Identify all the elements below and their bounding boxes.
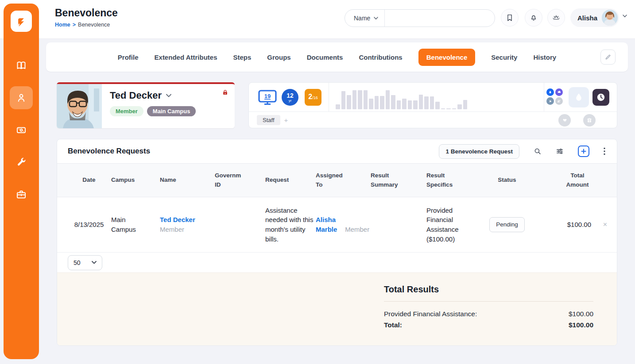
benevolence-requests-panel: Benevolence Requests 1 Benevolence Reque… (57, 139, 617, 346)
svg-text:19: 19 (264, 93, 271, 100)
lock-icon[interactable] (222, 89, 228, 96)
streak-value: 2 (308, 93, 312, 101)
attendance-bar (457, 104, 462, 109)
attendance-bar (336, 104, 340, 109)
handshake-icon[interactable] (558, 114, 571, 126)
tab-extended-attributes[interactable]: Extended Attributes (155, 54, 217, 61)
tab-groups[interactable]: Groups (267, 54, 290, 61)
person-photo[interactable] (57, 84, 102, 128)
column-header-date[interactable]: Date (68, 176, 110, 184)
tab-documents[interactable]: Documents (307, 54, 343, 61)
bookmark-button[interactable] (501, 9, 519, 27)
money-bill-icon (16, 125, 27, 135)
column-header-name[interactable]: Name (160, 176, 214, 184)
group-icon[interactable] (555, 97, 563, 105)
notifications-button[interactable] (525, 9, 542, 27)
total-row-label: Provided Financial Assistance: (384, 310, 477, 318)
chevron-down-icon (92, 261, 97, 264)
app-logo[interactable] (11, 11, 32, 32)
chevron-down-icon (166, 94, 171, 97)
badge-bar: 19 12 yr 2 /16 (248, 82, 617, 128)
assessment-badge-cluster (546, 88, 563, 105)
sidebar-item-finance[interactable] (10, 119, 33, 142)
cell-assigned-to: Alisha Marble Member (316, 215, 370, 234)
attendance-bar (446, 108, 451, 109)
sidebar-item-people[interactable] (10, 86, 33, 109)
tab-steps[interactable]: Steps (233, 54, 252, 61)
search-icon[interactable] (534, 147, 542, 155)
baptism-icon[interactable] (546, 88, 554, 96)
attendance-clock-badge[interactable] (592, 89, 609, 106)
weeks-attended-badge[interactable]: 19 (258, 89, 277, 106)
book-icon (16, 60, 27, 71)
delete-row-button[interactable]: × (603, 221, 607, 228)
table-row[interactable]: 8/13/2025 Main Campus Ted Decker Member … (57, 197, 617, 253)
gift-icon[interactable] (583, 114, 596, 126)
assigned-to-link[interactable]: Alisha Marble (316, 215, 343, 234)
panel-title: Benevolence Requests (68, 147, 150, 156)
status-badge[interactable]: Pending (489, 217, 525, 232)
total-results-rows: Provided Financial Assistance: $100.00 T… (384, 310, 593, 329)
total-row-label: Total: (384, 321, 402, 329)
requester-link[interactable]: Ted Decker (160, 216, 195, 223)
person-name-dropdown[interactable]: Ted Decker (110, 90, 235, 101)
attendance-bar (413, 100, 418, 109)
attendance-bar (435, 102, 440, 109)
breadcrumb-home-link[interactable]: Home (55, 22, 70, 28)
sidebar-item-workplace[interactable] (10, 183, 33, 206)
tab-security[interactable]: Security (491, 54, 517, 61)
column-header-assigned-to[interactable]: Assigned To (316, 171, 370, 189)
sidebar-item-library[interactable] (10, 54, 33, 77)
column-header-status[interactable]: Status (485, 176, 529, 184)
baptism-badge[interactable] (569, 87, 589, 107)
request-count-button[interactable]: 1 Benevolence Request (439, 144, 519, 159)
serving-icon[interactable] (555, 88, 563, 96)
divider (329, 83, 329, 111)
theme-toggle-button[interactable] (547, 9, 565, 27)
sidebar-item-admin-tools[interactable] (10, 151, 33, 174)
column-header-total-amount[interactable]: Total Amount (530, 171, 591, 189)
person-profile-tabs: Profile Extended Attributes Steps Groups… (46, 42, 628, 72)
tab-history[interactable]: History (533, 54, 556, 61)
column-header-request[interactable]: Request (265, 176, 315, 184)
column-header-result-summary[interactable]: Result Summary (371, 171, 426, 189)
attendance-chart[interactable] (336, 89, 539, 109)
column-header-result-specifics[interactable]: Result Specifics (426, 171, 484, 189)
rock-logo-icon (15, 15, 28, 28)
campus-badge[interactable]: Main Campus (147, 106, 196, 116)
tab-profile[interactable]: Profile (118, 54, 139, 61)
connection-status-badge[interactable]: Member (110, 106, 143, 116)
bookmark-icon (506, 14, 514, 22)
tag-staff[interactable]: Staff (257, 115, 280, 125)
wrench-icon (16, 157, 27, 168)
user-menu-caret-icon[interactable] (623, 15, 627, 18)
era-badge[interactable]: 12 yr (282, 89, 298, 106)
cell-result-specifics: Provided Financial Assistance ($100.00) (426, 206, 484, 244)
attendance-bar (380, 96, 384, 109)
add-tag-button[interactable]: + (284, 116, 288, 124)
tab-contributions[interactable]: Contributions (359, 54, 402, 61)
edit-tabs-button[interactable] (600, 50, 616, 65)
attendance-bar (364, 90, 368, 109)
attendance-bar (347, 95, 351, 109)
sun-horizon-icon (552, 14, 560, 22)
attendance-bar (463, 100, 468, 109)
media-play-icon[interactable] (546, 97, 554, 105)
table-header-row: Date Campus Name Governm ID Request Assi… (57, 163, 617, 197)
column-header-government-id[interactable]: Governm ID (215, 171, 264, 189)
streak-total: /16 (312, 96, 318, 100)
add-request-button[interactable] (578, 146, 589, 157)
page-size-select[interactable]: 50 (68, 255, 102, 270)
search-category-dropdown[interactable]: Name (345, 10, 384, 27)
filter-sliders-icon[interactable] (556, 147, 564, 155)
user-menu[interactable]: Alisha (570, 8, 619, 27)
attendance-streak-badge[interactable]: 2 /16 (305, 89, 321, 106)
breadcrumb: Home > Benevolence (55, 22, 110, 28)
search-input[interactable] (385, 10, 495, 27)
kebab-menu-icon[interactable] (604, 147, 605, 155)
total-row-value: $100.00 (569, 310, 593, 318)
column-header-campus[interactable]: Campus (111, 176, 159, 184)
tab-benevolence[interactable]: Benevolence (418, 49, 476, 66)
page-size-value: 50 (74, 259, 81, 266)
era-value: 12 (287, 92, 294, 99)
